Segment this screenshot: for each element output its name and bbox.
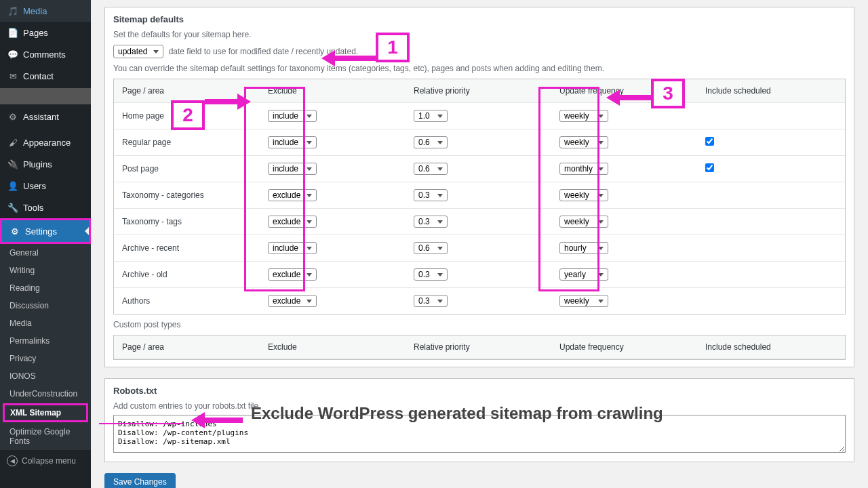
priority-select[interactable]: 1.0 — [414, 110, 448, 122]
priority-select[interactable]: 0.3 — [414, 268, 448, 281]
sidebar-item-media[interactable]: 🎵Media — [0, 0, 91, 22]
annotation-exclude-text: Exclude WordPress generated sitemap from… — [251, 404, 663, 423]
priority-select[interactable]: 0.6 — [414, 136, 448, 148]
th-priority: Relative priority — [406, 79, 551, 103]
arrow-3 — [606, 89, 652, 106]
priority-select[interactable]: 0.6 — [414, 242, 448, 254]
exclude-select[interactable]: include — [268, 163, 317, 175]
table-row: Regular pageinclude0.6weekly — [114, 129, 845, 156]
row-name: Authors — [114, 288, 260, 314]
override-desc: You can override the sitemap default set… — [113, 64, 846, 73]
row-name: Archive - old — [114, 262, 260, 288]
sidebar-item-plugins[interactable]: 🔌Plugins — [0, 153, 91, 175]
sub-privacy[interactable]: Privacy — [0, 350, 91, 367]
sitemap-table: Page / area Exclude Relative priority Up… — [113, 79, 846, 314]
sub-media[interactable]: Media — [0, 314, 91, 332]
table-row: Archive - recentinclude0.6hourly — [114, 235, 845, 262]
exclude-select[interactable]: exclude — [268, 216, 317, 228]
sidebar-item-users[interactable]: 👤Users — [0, 175, 91, 197]
sub-writing[interactable]: Writing — [0, 262, 91, 279]
priority-select[interactable]: 0.3 — [414, 216, 448, 228]
custom-post-types-table: Page / area Exclude Relative priority Up… — [113, 335, 846, 360]
sub-general[interactable]: General — [0, 244, 91, 262]
settings-submenu: General Writing Reading Discussion Media… — [0, 244, 91, 450]
sub-optimize-fonts[interactable]: Optimize Google Fonts — [0, 423, 91, 450]
sitemap-defaults-panel: Sitemap defaults Set the defaults for yo… — [104, 7, 854, 367]
sub-ionos[interactable]: IONOS — [0, 367, 91, 385]
sidebar-item-assistant[interactable]: ⚙Assistant — [0, 106, 91, 127]
row-name: Taxonomy - tags — [114, 209, 260, 235]
row-name: Regular page — [114, 129, 260, 156]
th-scheduled: Include scheduled — [697, 79, 845, 103]
assistant-icon: ⚙ — [7, 110, 19, 123]
plugins-icon: 🔌 — [7, 158, 19, 170]
frequency-select[interactable]: weekly — [559, 189, 608, 201]
frequency-select[interactable]: weekly — [559, 110, 608, 122]
save-changes-button[interactable]: Save Changes — [104, 473, 176, 488]
table-row: Post pageinclude0.6monthly — [114, 156, 845, 182]
robots-underline — [99, 423, 183, 424]
frequency-select[interactable]: monthly — [559, 163, 608, 175]
sub-reading[interactable]: Reading — [0, 279, 91, 297]
contact-icon: ✉ — [7, 70, 19, 82]
date-field-select[interactable]: updated — [113, 45, 163, 58]
annotation-1: 1 — [376, 33, 410, 62]
exclude-select[interactable]: include — [268, 110, 317, 122]
collapse-menu[interactable]: ◀Collapse menu — [0, 450, 91, 472]
appearance-icon: 🖌 — [7, 136, 19, 148]
row-name: Post page — [114, 156, 260, 182]
table-row: Archive - oldexclude0.3yearly — [114, 262, 845, 288]
section-title: Sitemap defaults — [113, 14, 846, 24]
sidebar-item-pages[interactable]: 📄Pages — [0, 22, 91, 43]
cpt-th-priority: Relative priority — [406, 336, 551, 359]
table-row: Authorsexclude0.3weekly — [114, 288, 845, 314]
tools-icon: 🔧 — [7, 201, 19, 214]
scheduled-checkbox[interactable] — [705, 163, 714, 172]
sidebar-item-tools[interactable]: 🔧Tools — [0, 197, 91, 218]
media-icon: 🎵 — [7, 5, 19, 17]
row-name: Taxonomy - categories — [114, 182, 260, 209]
main-content: Sitemap defaults Set the defaults for yo… — [91, 0, 868, 488]
collapse-icon: ◀ — [7, 455, 18, 466]
robots-title: Robots.txt — [113, 386, 846, 396]
cpt-th-page-area: Page / area — [114, 336, 260, 359]
table-row: Taxonomy - categoriesexclude0.3weekly — [114, 182, 845, 209]
th-exclude: Exclude — [260, 79, 406, 103]
priority-select[interactable]: 0.6 — [414, 163, 448, 175]
scheduled-checkbox[interactable] — [705, 137, 714, 146]
priority-select[interactable]: 0.3 — [414, 295, 448, 307]
priority-select[interactable]: 0.3 — [414, 189, 448, 201]
sidebar-item-settings[interactable]: ⚙Settings — [0, 218, 91, 244]
sub-xml-sitemap[interactable]: XML Sitemap — [3, 403, 88, 422]
annotation-2: 2 — [171, 100, 205, 130]
pages-icon: 📄 — [7, 26, 19, 39]
sub-underconstruction[interactable]: UnderConstruction — [0, 385, 91, 403]
sidebar-item-comments[interactable]: 💬Comments — [0, 43, 91, 65]
settings-icon: ⚙ — [9, 225, 21, 237]
exclude-select[interactable]: exclude — [268, 189, 317, 201]
frequency-select[interactable]: weekly — [559, 216, 608, 228]
cpt-th-scheduled: Include scheduled — [697, 336, 845, 359]
cpt-th-exclude: Exclude — [260, 336, 406, 359]
cpt-th-frequency: Update frequency — [551, 336, 697, 359]
sub-permalinks[interactable]: Permalinks — [0, 332, 91, 350]
exclude-select[interactable]: exclude — [268, 268, 317, 281]
table-row: Taxonomy - tagsexclude0.3weekly — [114, 209, 845, 235]
users-icon: 👤 — [7, 180, 19, 192]
frequency-select[interactable]: yearly — [559, 268, 608, 281]
sub-discussion[interactable]: Discussion — [0, 297, 91, 314]
exclude-select[interactable]: exclude — [268, 295, 317, 307]
sidebar-redacted-item — [0, 88, 91, 104]
admin-sidebar: 🎵Media 📄Pages 💬Comments ✉Contact ⚙Assist… — [0, 0, 91, 488]
frequency-select[interactable]: weekly — [559, 136, 608, 148]
frequency-select[interactable]: hourly — [559, 242, 608, 254]
sidebar-item-contact[interactable]: ✉Contact — [0, 65, 91, 87]
exclude-select[interactable]: include — [268, 242, 317, 254]
arrow-1 — [321, 50, 376, 66]
frequency-select[interactable]: weekly — [559, 295, 608, 307]
sidebar-item-appearance[interactable]: 🖌Appearance — [0, 131, 91, 153]
arrow-robots — [191, 412, 243, 428]
custom-post-types-heading: Custom post types — [113, 320, 846, 329]
section-desc1: Set the defaults for your sitemap here. — [113, 30, 846, 39]
exclude-select[interactable]: include — [268, 136, 317, 148]
